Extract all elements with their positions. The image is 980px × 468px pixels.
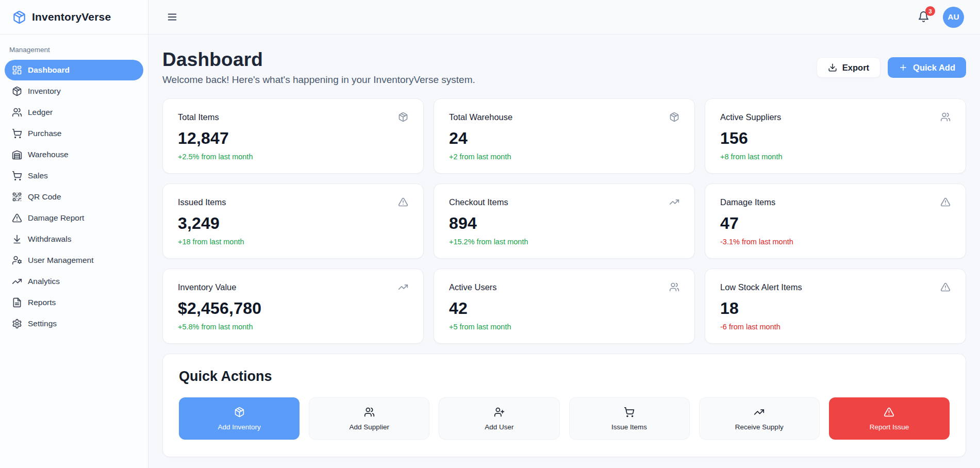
quick-actions-grid: Add Inventory Add Supplier Add User Issu… <box>179 397 950 440</box>
shopping-cart-icon <box>12 171 22 181</box>
sidebar-item-damage-report[interactable]: Damage Report <box>5 208 143 228</box>
quick-action-label: Add Supplier <box>350 423 389 431</box>
stat-value: 894 <box>449 214 679 233</box>
export-button[interactable]: Export <box>817 57 881 78</box>
quick-add-button-label: Quick Add <box>913 63 955 73</box>
stat-value: 24 <box>449 129 679 148</box>
warehouse-icon <box>12 149 22 160</box>
sidebar-item-label: QR Code <box>28 192 61 202</box>
package-icon <box>398 112 408 122</box>
sidebar-item-dashboard[interactable]: Dashboard <box>5 60 143 80</box>
alert-triangle-icon <box>940 197 951 207</box>
download-icon <box>828 63 837 72</box>
user-plus-icon <box>494 407 505 417</box>
sidebar-item-label: Reports <box>28 298 56 307</box>
sidebar-item-qr-code[interactable]: QR Code <box>5 187 143 207</box>
stat-change: -6 from last month <box>720 323 951 331</box>
alert-triangle-icon <box>12 213 22 223</box>
issue-items-button[interactable]: Issue Items <box>569 397 690 440</box>
package-icon <box>669 112 679 122</box>
sidebar-item-label: Withdrawals <box>28 235 71 244</box>
stat-change: +5.8% from last month <box>178 323 408 331</box>
sidebar-toggle-button[interactable] <box>167 11 178 23</box>
stat-label: Total Warehouse <box>449 112 512 122</box>
page-title-block: Dashboard Welcome back! Here's what's ha… <box>162 49 475 86</box>
stat-label: Active Users <box>449 282 497 292</box>
stat-value: 12,847 <box>178 129 408 148</box>
package-icon <box>234 407 245 417</box>
plus-icon <box>899 63 908 72</box>
page-title: Dashboard <box>162 49 475 71</box>
stat-change: +8 from last month <box>720 153 951 161</box>
quick-add-button[interactable]: Quick Add <box>888 57 966 78</box>
app-window: InventoryVerse Management Dashboard Inve… <box>0 0 980 468</box>
sidebar-item-label: Inventory <box>28 87 61 96</box>
sidebar-item-reports[interactable]: Reports <box>5 292 143 313</box>
package-icon <box>12 86 22 96</box>
trending-up-icon <box>669 197 679 207</box>
stat-card-active-suppliers: Active Suppliers 156 +8 from last month <box>705 98 966 174</box>
stat-label: Total Items <box>178 112 219 122</box>
stat-card-total-warehouse: Total Warehouse 24 +2 from last month <box>434 98 695 174</box>
qr-code-icon <box>12 192 22 202</box>
sidebar-item-user-management[interactable]: User Management <box>5 250 143 271</box>
topbar: 3 AU <box>148 0 980 35</box>
sidebar-nav: Dashboard Inventory Ledger Purchase Ware… <box>0 60 148 334</box>
package-logo-icon <box>12 10 26 24</box>
notifications-button[interactable]: 3 <box>918 11 930 23</box>
stat-value: 3,249 <box>178 214 408 233</box>
stats-grid: Total Items 12,847 +2.5% from last month… <box>162 98 966 344</box>
sidebar-item-settings[interactable]: Settings <box>5 313 143 334</box>
trending-up-icon <box>398 282 408 292</box>
report-issue-button[interactable]: Report Issue <box>829 397 950 440</box>
quick-action-label: Report Issue <box>870 423 909 431</box>
sidebar-item-withdrawals[interactable]: Withdrawals <box>5 229 143 249</box>
sidebar-item-label: Sales <box>28 171 48 180</box>
stat-label: Inventory Value <box>178 282 236 292</box>
sidebar: InventoryVerse Management Dashboard Inve… <box>0 0 148 468</box>
add-inventory-button[interactable]: Add Inventory <box>179 397 300 440</box>
stat-label: Damage Items <box>720 197 775 207</box>
trending-up-icon <box>754 407 765 417</box>
shopping-cart-icon <box>624 407 635 417</box>
sidebar-item-label: Analytics <box>28 277 60 286</box>
add-user-button[interactable]: Add User <box>439 397 559 440</box>
sidebar-item-purchase[interactable]: Purchase <box>5 123 143 144</box>
quick-action-label: Issue Items <box>611 423 647 431</box>
sidebar-item-ledger[interactable]: Ledger <box>5 102 143 123</box>
avatar[interactable]: AU <box>943 7 964 28</box>
alert-triangle-icon <box>884 407 894 417</box>
notification-badge: 3 <box>925 6 935 16</box>
users-icon <box>669 282 679 292</box>
stat-card-issued-items: Issued Items 3,249 +18 from last month <box>162 183 424 259</box>
quick-action-label: Add Inventory <box>218 423 260 431</box>
receive-supply-button[interactable]: Receive Supply <box>699 397 820 440</box>
alert-triangle-icon <box>398 197 408 207</box>
sidebar-item-analytics[interactable]: Analytics <box>5 271 143 292</box>
stat-label: Active Suppliers <box>720 112 781 122</box>
sidebar-item-label: Purchase <box>28 129 61 138</box>
stat-value: 47 <box>720 214 951 233</box>
sidebar-item-label: Ledger <box>28 108 53 117</box>
users-icon <box>940 112 951 122</box>
app-title: InventoryVerse <box>32 11 111 23</box>
page-subtitle: Welcome back! Here's what's happening in… <box>162 74 475 86</box>
sidebar-item-sales[interactable]: Sales <box>5 165 143 186</box>
shopping-cart-icon <box>12 128 22 139</box>
stat-change: +2.5% from last month <box>178 153 408 161</box>
main-content: Dashboard Welcome back! Here's what's ha… <box>148 35 980 468</box>
add-supplier-button[interactable]: Add Supplier <box>309 397 429 440</box>
settings-icon <box>12 319 22 329</box>
stat-change: +18 from last month <box>178 238 408 246</box>
sidebar-item-label: Damage Report <box>28 213 84 223</box>
users-icon <box>12 107 22 118</box>
sidebar-item-warehouse[interactable]: Warehouse <box>5 144 143 165</box>
sidebar-item-inventory[interactable]: Inventory <box>5 81 143 102</box>
sidebar-item-label: Warehouse <box>28 150 69 159</box>
stat-change: +2 from last month <box>449 153 679 161</box>
stat-label: Issued Items <box>178 197 226 207</box>
menu-icon <box>167 11 178 23</box>
users-icon <box>364 407 375 417</box>
user-cog-icon <box>12 255 22 265</box>
layout-dashboard-icon <box>12 65 22 75</box>
